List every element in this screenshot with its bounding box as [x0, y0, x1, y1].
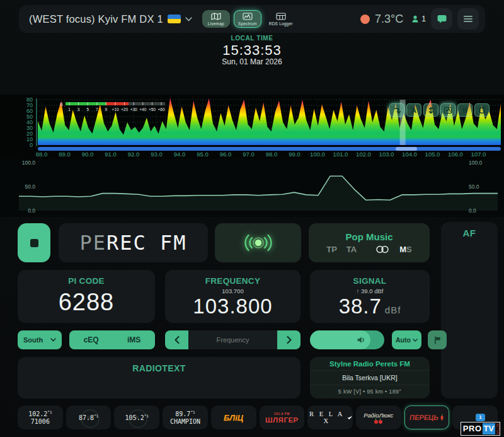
preset-button-relax[interactable]: R E L A X [307, 405, 353, 429]
svg-text:96.0: 96.0 [220, 151, 232, 158]
auto-mode-button[interactable]: A [406, 103, 421, 117]
temperature-dot-icon [360, 15, 370, 24]
pause-button[interactable] [457, 103, 472, 117]
chevron-down-icon [413, 339, 418, 342]
chevron-right-icon [287, 336, 292, 344]
cherries-icon [374, 420, 382, 424]
chat-button[interactable] [431, 8, 452, 30]
signal-panel: SIGNAL ↑ 39.0 dBf 38.7dBf [310, 270, 430, 323]
chevron-left-icon [175, 336, 180, 344]
radio-lux-logo: РадіоЛюкс [364, 412, 393, 419]
pty-value: Pop Music [345, 231, 392, 242]
frequency-label: FREQUENCY [165, 276, 301, 286]
preset-button-2[interactable]: 87.8”1 [66, 405, 112, 429]
app-root: (WEST focus) Kyiv FM DX 1 Livemap Spectr… [0, 0, 504, 437]
preset-button-lux[interactable]: РадіоЛюкс [356, 405, 401, 429]
table-icon [276, 13, 286, 20]
svg-text:107.0: 107.0 [471, 151, 486, 158]
svg-text:106.0: 106.0 [448, 151, 463, 158]
protv-watermark: 1 PRO TV NET.UA [459, 410, 501, 436]
signal-number: 38.7 [339, 294, 382, 318]
preset-pi: 71006 [31, 418, 50, 425]
af-list-panel: AF [441, 222, 498, 399]
svg-text:+50: +50 [149, 107, 156, 112]
speaker-icon [357, 336, 366, 344]
svg-text:9: 9 [105, 107, 108, 112]
menu-button[interactable] [457, 8, 479, 30]
ims-toggle[interactable]: iMS [127, 335, 140, 344]
frequency-stepper: Frequency [165, 330, 301, 349]
svg-text:95.0: 95.0 [197, 151, 209, 158]
svg-text:93.0: 93.0 [151, 151, 163, 158]
ps-name-dim: PE [79, 231, 106, 255]
af-label: AF [441, 228, 498, 238]
pepper-icon [440, 414, 444, 421]
graph-mode-button[interactable] [440, 103, 455, 117]
snap-to-peak-button[interactable] [389, 103, 404, 117]
svg-text:+20: +20 [121, 107, 128, 112]
rds-logger-label: RDS Logger [269, 21, 293, 26]
preset-button-shlyager[interactable]: 101.9 FM ШЛЯГЕР [260, 405, 305, 429]
signal-label: SIGNAL [310, 276, 430, 286]
chat-icon [437, 14, 447, 24]
svg-text:S: S [60, 102, 63, 107]
hamburger-icon [463, 15, 473, 23]
flag-button[interactable] [428, 330, 447, 349]
temperature-value: 7.3°C [375, 13, 403, 26]
pi-code-panel: PI CODE 6288 [18, 270, 155, 323]
preset-button-1[interactable]: 102.2”1 71006 [18, 405, 63, 429]
flag-icon [433, 336, 442, 344]
vertical-scale-button[interactable] [423, 103, 438, 117]
svg-text:+40: +40 [139, 107, 146, 112]
protv-tv-text: TV [483, 423, 496, 434]
mode-value: Auto [396, 336, 411, 344]
blits-logo: БЛіЦ [224, 413, 243, 422]
letter-a-icon: A [411, 107, 416, 114]
spectrum-button[interactable]: Spectrum [234, 10, 261, 28]
refresh-button[interactable] [474, 103, 490, 117]
listener-count-value: 1 [421, 15, 426, 23]
local-time-block: LOCAL TIME 15:33:53 Sun, 01 Mar 2026 [0, 35, 504, 67]
mode-select[interactable]: Auto [392, 330, 421, 349]
preset-name: CHAMPION [170, 418, 200, 425]
svg-text:89.0: 89.0 [59, 151, 71, 158]
signal-peak: ↑ 39.0 dBf [310, 288, 430, 294]
pause-icon [461, 106, 469, 115]
svg-text:+60: +60 [158, 107, 164, 112]
chevron-down-icon [185, 17, 192, 21]
tune-down-button[interactable] [165, 330, 188, 349]
svg-text:0: 0 [30, 142, 33, 148]
refresh-icon [478, 106, 486, 115]
broadcast-indicator-panel [215, 223, 301, 262]
antenna-select[interactable]: South [18, 330, 62, 349]
relax-logo: R E L A X [307, 411, 353, 424]
volume-slider[interactable] [310, 330, 384, 349]
rds-logger-button[interactable]: RDS Logger [265, 10, 297, 28]
eq-ims-toggle-group: cEQ iMS [69, 330, 155, 349]
svg-text:+10: +10 [112, 107, 118, 112]
tune-up-button[interactable] [277, 330, 301, 349]
chevron-down-icon [50, 338, 56, 342]
station-details: 5 kW [V] • 95 km • 189° [338, 388, 401, 395]
eq-toggle[interactable]: cEQ [84, 335, 99, 344]
svg-text:88.0: 88.0 [36, 151, 48, 158]
spectrum-graph[interactable]: 8070605040302010088.089.090.091.092.093.… [0, 95, 504, 159]
svg-text:50.0: 50.0 [469, 184, 479, 190]
frequency-input[interactable]: Frequency [188, 330, 277, 349]
livemap-button[interactable]: Livemap [202, 10, 230, 28]
protv-pro-text: PRO [463, 423, 482, 434]
server-selector[interactable]: (WEST focus) Kyiv FM DX 1 [29, 13, 192, 25]
audio-stop-button[interactable] [18, 223, 50, 262]
station-info-panel: Stylne Radio Perets FM Bila Tserkva [UKR… [310, 357, 430, 399]
stereo-icon [375, 245, 390, 253]
svg-text:90.0: 90.0 [82, 151, 94, 158]
preset-button-4[interactable]: 89.7”1 CHAMPION [163, 405, 208, 429]
preset-button-3[interactable]: 105.2”1 [114, 405, 159, 429]
preset-button-perets[interactable]: ПЕРЕЦЬ [404, 405, 450, 429]
signal-unit: dBf [385, 305, 401, 315]
local-time-label: LOCAL TIME [0, 35, 504, 42]
map-icon [211, 13, 221, 20]
broadcast-watermark-icon [81, 409, 100, 428]
preset-button-blits[interactable]: БЛіЦ [211, 405, 256, 429]
radiotext-value [18, 378, 301, 387]
